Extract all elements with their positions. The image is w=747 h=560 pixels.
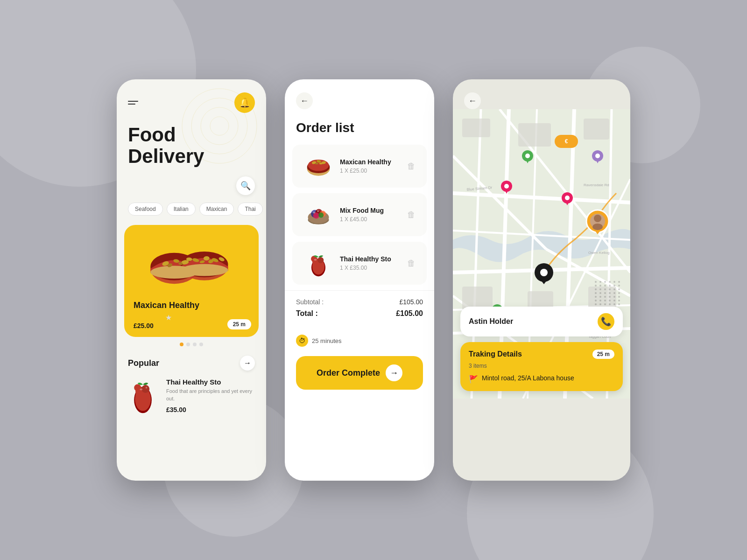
- order-title-section: Order list: [285, 117, 434, 145]
- category-seafood[interactable]: Seafood: [128, 203, 163, 216]
- phone-home: 🔔 Food Delivery 🔍 Seafood Italian Maxica…: [117, 79, 266, 481]
- driver-info-card: Astin Holder 📞: [460, 307, 623, 336]
- popular-food-name: Thai Healthy Sto: [166, 378, 255, 386]
- svg-rect-69: [518, 123, 551, 147]
- dot-1[interactable]: [180, 343, 183, 346]
- subtotal-value: £105.00: [399, 298, 423, 306]
- menu-icon[interactable]: [128, 101, 138, 105]
- order-item-1-image: [303, 151, 333, 181]
- total-value: £105.00: [396, 309, 423, 318]
- dot-2[interactable]: [186, 343, 190, 346]
- order-item-3-image: [303, 248, 333, 278]
- popular-label: Popular: [128, 358, 159, 368]
- svg-point-0: [182, 89, 257, 163]
- order-complete-button[interactable]: Order Complete →: [296, 356, 423, 390]
- popular-food-image: [128, 378, 161, 415]
- popular-item[interactable]: Thai Healthy Sto Food that are principle…: [128, 378, 255, 415]
- svg-point-85: [595, 154, 600, 158]
- tracking-address: 🚩 Mintol road, 25/A Labona house: [469, 374, 614, 384]
- svg-point-3: [210, 117, 229, 135]
- order-tart-illustration: [304, 152, 332, 180]
- subtotal-label: Subtotal :: [296, 298, 324, 306]
- order-item-2-info: Mix Food Mug 1 X £45.00: [340, 207, 401, 223]
- order-berry-illustration: [304, 249, 332, 277]
- order-item-3-info: Thai Healthy Sto 1 X £35.00: [340, 255, 401, 271]
- svg-point-43: [318, 212, 324, 217]
- order-item-2-delete[interactable]: 🗑: [407, 210, 416, 220]
- svg-point-26: [134, 385, 141, 392]
- order-item-2-name: Mix Food Mug: [340, 207, 401, 214]
- tracking-details-header: Traking Details 25 m: [469, 350, 614, 359]
- order-item-1[interactable]: Maxican Healthy 1 X £25.00 🗑: [292, 145, 427, 188]
- svg-point-42: [313, 212, 319, 218]
- tracking-header: ←: [453, 79, 630, 109]
- search-button[interactable]: 🔍: [236, 176, 255, 195]
- order-complete-label: Order Complete: [317, 368, 380, 378]
- tracking-title: Traking Details: [469, 350, 522, 358]
- order-totals: Subtotal : £105.00 Total : £105.00: [285, 290, 434, 327]
- star-1: ★: [134, 313, 140, 322]
- call-driver-button[interactable]: 📞: [598, 313, 614, 330]
- hero-food-image: [131, 225, 252, 304]
- order-item-2[interactable]: Mix Food Mug 1 X £45.00 🗑: [292, 193, 427, 236]
- flag-icon: 🚩: [469, 375, 478, 384]
- search-section: 🔍: [117, 176, 266, 203]
- svg-text:Ravensdale Rd: Ravensdale Rd: [584, 183, 609, 187]
- svg-point-99: [592, 224, 603, 230]
- star-4: ★: [157, 313, 164, 322]
- phone-order: ← Order list Maxican Healthy: [285, 79, 434, 481]
- order-item-3-delete[interactable]: 🗑: [407, 259, 416, 268]
- dot-3[interactable]: [193, 343, 197, 346]
- order-item-1-delete[interactable]: 🗑: [407, 161, 416, 171]
- order-header: ←: [285, 79, 434, 117]
- hero-card[interactable]: Maxican Healthy ★ ★ ★ ★ ★ £25.00 25 m: [124, 225, 259, 337]
- carousel-dots: [117, 337, 266, 352]
- hero-info: Maxican Healthy ★ ★ ★ ★ ★ £25.00: [134, 301, 199, 329]
- svg-text:€: €: [565, 138, 568, 145]
- total-row: Total : £105.00: [296, 309, 423, 318]
- tracking-details-card: Traking Details 25 m 3 items 🚩 Mintol ro…: [460, 342, 623, 391]
- svg-point-25: [141, 385, 149, 393]
- svg-point-51: [314, 259, 317, 261]
- tart-illustration: [135, 225, 247, 300]
- svg-point-44: [313, 211, 316, 213]
- svg-point-88: [504, 184, 509, 189]
- popular-food-info: Thai Healthy Sto Food that are principle…: [166, 378, 255, 413]
- order-title: Order list: [296, 120, 423, 135]
- svg-text:Owen Kellog: Owen Kellog: [588, 251, 609, 255]
- svg-point-98: [594, 215, 601, 222]
- star-2: ★: [141, 313, 148, 322]
- svg-point-91: [565, 196, 570, 200]
- tracking-back-button[interactable]: ←: [464, 92, 481, 109]
- star-5: ★: [165, 313, 172, 322]
- driver-name: Astin Holder: [469, 317, 513, 326]
- svg-point-1: [191, 98, 247, 154]
- category-thai[interactable]: Thai: [238, 203, 262, 216]
- svg-point-49: [317, 257, 324, 263]
- star-3: ★: [149, 313, 156, 322]
- berry-illustration: [128, 378, 158, 415]
- order-item-3[interactable]: Thai Healthy Sto 1 X £35.00 🗑: [292, 242, 427, 285]
- order-bowl-illustration: [304, 201, 332, 229]
- phones-container: 🔔 Food Delivery 🔍 Seafood Italian Maxica…: [117, 79, 630, 481]
- total-label: Total :: [296, 309, 318, 318]
- delivery-timer: ⏱ 25 minutes: [285, 331, 434, 356]
- clock-icon: ⏱: [296, 335, 308, 347]
- tracking-address-text: Mintol road, 25/A Labona house: [482, 374, 574, 383]
- category-maxican[interactable]: Maxican: [199, 203, 234, 216]
- timer-label: 25 minutes: [312, 337, 342, 344]
- popular-food-desc: Food that are principles and yet every o…: [166, 388, 255, 402]
- subtotal-row: Subtotal : £105.00: [296, 298, 423, 306]
- order-item-1-qty: 1 X £25.00: [340, 168, 401, 174]
- dot-4[interactable]: [199, 343, 203, 346]
- order-item-1-name: Maxican Healthy: [340, 158, 401, 166]
- popular-next-button[interactable]: →: [240, 356, 255, 371]
- back-button[interactable]: ←: [296, 92, 313, 109]
- category-italian[interactable]: Italian: [167, 203, 196, 216]
- svg-rect-68: [462, 119, 490, 137]
- tracking-overlay: Astin Holder 📞 Traking Details 25 m 3 it…: [453, 299, 630, 399]
- categories-bar: Seafood Italian Maxican Thai Japa...: [117, 203, 266, 225]
- popular-food-price: £35.00: [166, 406, 255, 413]
- svg-point-2: [201, 107, 238, 145]
- order-item-3-name: Thai Healthy Sto: [340, 255, 401, 263]
